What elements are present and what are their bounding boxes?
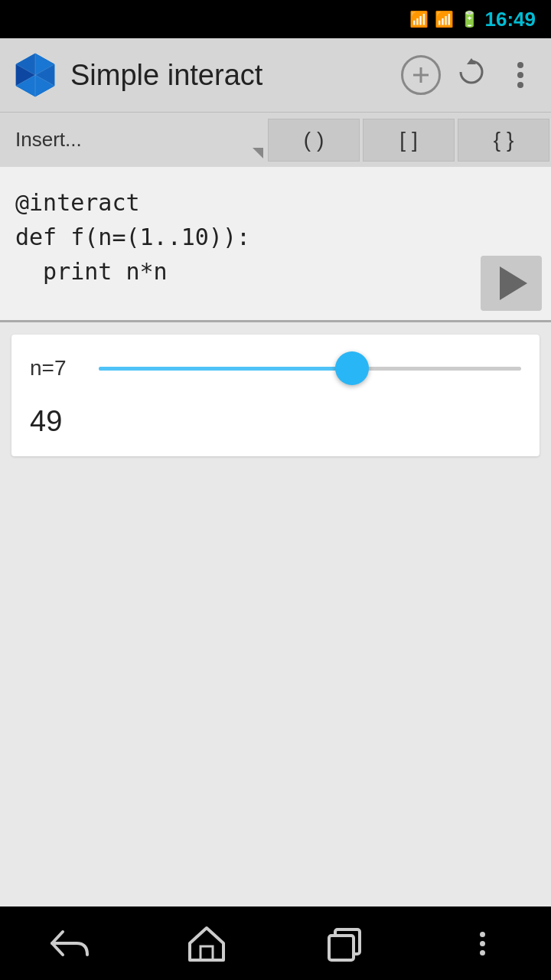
add-button[interactable]	[401, 55, 441, 95]
slider-label: n=7	[30, 356, 83, 381]
status-time: 16:49	[485, 8, 536, 31]
code-editor: @interact def f(n=(1..10)): print n*n	[0, 167, 551, 320]
refresh-button[interactable]	[456, 57, 487, 93]
output-value: 49	[30, 405, 521, 438]
svg-rect-16	[201, 946, 213, 960]
square-bracket-button[interactable]: [ ]	[363, 119, 455, 162]
run-button[interactable]	[481, 256, 542, 311]
insert-dropdown[interactable]: Insert...	[6, 119, 266, 162]
svg-point-14	[517, 82, 523, 88]
battery-icon: 🔋	[460, 10, 479, 28]
slider-track-fill	[99, 367, 352, 371]
app-bar-actions	[401, 55, 539, 95]
widget-card: n=7 49	[11, 335, 540, 456]
nav-more-button[interactable]	[452, 920, 513, 966]
paren-button[interactable]: ( )	[268, 119, 360, 162]
curly-bracket-button[interactable]: { }	[458, 119, 549, 162]
home-button[interactable]	[176, 920, 237, 966]
svg-point-13	[517, 72, 523, 78]
more-options-button[interactable]	[502, 57, 539, 93]
dropdown-arrow-icon	[253, 148, 263, 158]
insert-label: Insert...	[15, 128, 82, 152]
slider-container[interactable]	[99, 353, 521, 384]
nav-more-icon	[480, 932, 485, 956]
app-logo	[12, 52, 58, 98]
code-border	[0, 320, 551, 322]
recents-button[interactable]	[314, 920, 375, 966]
wifi-icon: 📶	[409, 10, 429, 28]
svg-point-12	[517, 62, 523, 68]
code-text[interactable]: @interact def f(n=(1..10)): print n*n	[15, 185, 536, 289]
back-button[interactable]	[38, 920, 99, 966]
slider-row: n=7	[30, 353, 521, 384]
slider-thumb[interactable]	[335, 351, 369, 385]
signal-icon: 📶	[435, 10, 454, 28]
status-icons: 📶 📶 🔋 16:49	[409, 8, 536, 31]
play-icon	[500, 266, 527, 300]
svg-rect-18	[329, 936, 354, 960]
status-bar: 📶 📶 🔋 16:49	[0, 0, 551, 38]
toolbar-row: Insert... ( ) [ ] { }	[0, 112, 551, 167]
svg-marker-15	[190, 928, 223, 960]
app-bar: Simple interact	[0, 38, 551, 112]
app-title: Simple interact	[70, 59, 389, 92]
bottom-nav	[0, 906, 551, 980]
